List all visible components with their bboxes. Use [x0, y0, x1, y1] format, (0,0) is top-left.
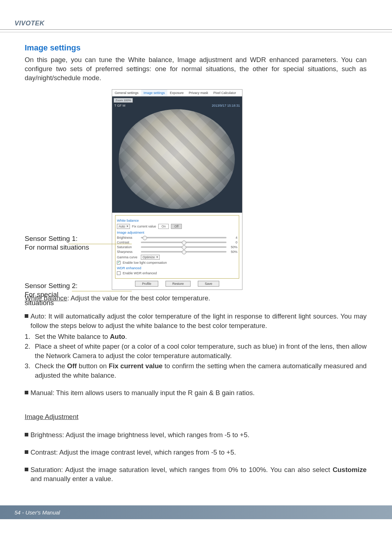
bullet-icon	[25, 450, 28, 454]
bullet-icon	[25, 391, 28, 394]
white-balance-title: White balance	[117, 218, 237, 222]
tab-privacy-mask[interactable]: Privacy mask	[186, 90, 211, 96]
step-1: Set the White balance to Auto.	[35, 332, 127, 341]
saturation-slider[interactable]	[141, 246, 226, 248]
settings-panel: General settings Image settings Exposure…	[112, 89, 242, 290]
bullet-icon	[25, 468, 28, 471]
callout-sensor-2: Sensor Setting 2: For special situations	[25, 282, 78, 307]
bullet-icon	[25, 314, 28, 318]
tab-general[interactable]: General settings	[112, 90, 141, 96]
gamma-label: Gamma curve	[117, 255, 139, 259]
profile-button[interactable]: Profile	[135, 281, 158, 287]
fix-current-value-label: Fix current value	[132, 225, 156, 228]
video-title: T GF M	[114, 104, 125, 107]
brightness-value: 4	[229, 236, 237, 239]
lowlight-label: Enable low light compensation	[123, 261, 167, 264]
callout-sensor-1: Sensor Setting 1: For normal situations	[25, 234, 89, 252]
wdr-title: WDR enhanced	[117, 266, 237, 270]
sensor-setting-2-row: Profile Restore Save	[115, 281, 239, 287]
contrast-value: 0	[229, 241, 237, 244]
footer: 54 - User's Manual	[0, 505, 392, 519]
chevron-down-icon: ▾	[127, 225, 128, 228]
section-title: Image settings	[25, 43, 367, 53]
callout-line-2	[72, 291, 132, 295]
sharpness-label: Sharpness	[117, 250, 139, 254]
lowlight-checkbox[interactable]	[117, 261, 121, 264]
saturation-text: Saturation: Adjust the image saturation …	[30, 465, 367, 484]
video-timestamp: 2013/9/17 15:18:31	[212, 104, 240, 107]
fisheye-preview	[119, 109, 235, 209]
brightness-text: Brightness: Adjust the image brightness …	[30, 430, 249, 440]
sharpness-slider[interactable]	[141, 251, 226, 253]
white-balance-mode-select[interactable]: Auto▾	[117, 224, 130, 229]
restore-button[interactable]: Restore	[166, 281, 191, 287]
sharpness-value: 50%	[229, 250, 237, 254]
tab-exposure[interactable]: Exposure	[167, 90, 186, 96]
wdr-enable-label: Enable WDR enhanced	[123, 271, 157, 275]
sensor-setting-1-box: White balance Auto▾ Fix current value On…	[115, 215, 239, 279]
image-adjustment-heading: Image Adjustment	[25, 412, 367, 422]
image-adjustment-title: Image adjustment	[117, 230, 237, 234]
intro-text: On this page, you can tune the White bal…	[25, 56, 367, 83]
contrast-slider[interactable]	[141, 242, 226, 243]
step-3: Check the Off button on Fix current valu…	[35, 361, 367, 380]
video-preview: Zoom 100% T GF M 2013/9/17 15:18:31	[112, 97, 242, 213]
bullet-icon	[25, 433, 28, 436]
wdr-checkbox[interactable]	[117, 271, 121, 275]
manual-bullet-text: Manual: This item allows users to manual…	[30, 388, 255, 398]
step-2: Place a sheet of white paper (or a color…	[35, 342, 367, 361]
tabs: General settings Image settings Exposure…	[112, 90, 242, 97]
brightness-slider[interactable]	[141, 237, 226, 238]
fix-on-button[interactable]: On	[158, 224, 169, 229]
brand-title: VIVOTEK	[15, 20, 45, 27]
tab-image-settings[interactable]: Image settings	[141, 90, 168, 96]
zoom-indicator[interactable]: Zoom 100%	[114, 98, 133, 103]
callout-line-1	[68, 244, 132, 248]
fix-off-button[interactable]: Off	[171, 224, 181, 229]
auto-bullet-text: Auto: It will automatically adjust the c…	[30, 312, 367, 331]
chevron-down-icon: ▾	[156, 255, 158, 259]
gamma-select[interactable]: Optimize▾	[141, 255, 160, 260]
saturation-value: 50%	[229, 245, 237, 249]
brightness-label: Brightness	[117, 236, 139, 239]
save-button[interactable]: Save	[198, 281, 219, 287]
tab-pixel-calculator[interactable]: Pixel Calculator	[211, 90, 239, 96]
contrast-text: Contrast: Adjust the image contrast leve…	[30, 448, 236, 457]
